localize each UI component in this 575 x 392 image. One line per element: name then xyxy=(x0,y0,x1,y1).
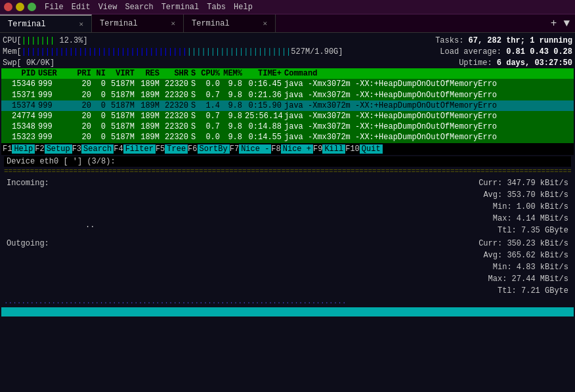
proc-pri: 20 xyxy=(74,121,94,132)
menu-view[interactable]: View xyxy=(95,3,121,12)
proc-time: 0:14.88 xyxy=(245,121,284,132)
col-header-cmd: Command xyxy=(284,69,571,78)
col-header-user: USER xyxy=(38,69,74,78)
fn-num-F10: F10 xyxy=(345,144,360,154)
close-button[interactable] xyxy=(4,3,12,11)
tab-2-close[interactable]: ✕ xyxy=(263,19,267,28)
process-row-1: 15371 999 20 0 5187M 189M 22320 S 0.7 9.… xyxy=(1,90,574,100)
tab-0[interactable]: Terminal ✕ xyxy=(0,14,92,32)
minimize-button[interactable] xyxy=(16,3,24,11)
fn-num-F1: F1 xyxy=(3,144,12,154)
cpu-bar: ||||||| xyxy=(22,36,54,45)
fn-label-F10[interactable]: Quit xyxy=(360,144,383,154)
outgoing-graph xyxy=(59,238,450,297)
cpu-line: CPU[||||||| 12.3%] xyxy=(3,35,88,47)
fn-label-F9[interactable]: Kill xyxy=(322,144,345,154)
menu-help[interactable]: Help xyxy=(230,3,256,12)
fn-bar: F1HelpF2SetupF3SearchF4FilterF5TreeF6Sor… xyxy=(1,143,574,155)
new-tab-button[interactable]: + xyxy=(548,18,560,30)
network-section: Device eth0 [ '] (3/8): ================… xyxy=(1,155,574,308)
proc-mem: 9.8 xyxy=(223,90,245,100)
separator-line: ========================================… xyxy=(4,167,571,176)
tab-0-close[interactable]: ✕ xyxy=(79,20,83,28)
tasks-line: Tasks: 67, 282 thr; 1 running xyxy=(435,35,572,47)
col-header-s: S xyxy=(191,69,200,78)
fn-label-F4[interactable]: Filter xyxy=(123,144,156,154)
proc-mem: 9.8 xyxy=(223,121,245,132)
tasks-running: 1 running xyxy=(530,36,572,45)
proc-cpu: 0.0 xyxy=(200,79,223,89)
incoming-min: Min: 1.00 kBit/s xyxy=(450,201,568,213)
proc-virt: 5187M xyxy=(108,132,137,142)
proc-ni: 0 xyxy=(94,79,108,89)
mem-label: Mem[ xyxy=(3,47,22,56)
process-row-5: 15323 999 20 0 5187M 189M 22320 S 0.0 9.… xyxy=(1,132,574,142)
tab-1-label: Terminal xyxy=(100,19,138,28)
outgoing-avg: Avg: 365.62 kBit/s xyxy=(450,250,568,261)
proc-pri: 20 xyxy=(74,132,94,142)
fn-num-F7: F7 xyxy=(230,144,239,154)
col-header-pri: PRI xyxy=(74,69,94,78)
proc-cpu: 0.7 xyxy=(200,90,223,100)
proc-mem: 9.8 xyxy=(223,111,245,121)
proc-s: S xyxy=(191,121,200,132)
menu-file[interactable]: File xyxy=(41,3,67,12)
proc-s: S xyxy=(191,111,200,121)
menu-edit[interactable]: Edit xyxy=(68,3,94,12)
menu-search[interactable]: Search xyxy=(121,3,156,12)
load-vals: 0.81 0.43 0.28 xyxy=(506,47,572,56)
tab-1[interactable]: Terminal ✕ xyxy=(92,14,184,32)
fn-label-F7[interactable]: Nice - xyxy=(239,144,271,154)
proc-user: 999 xyxy=(38,132,74,142)
tab-menu-button[interactable]: ▼ xyxy=(561,18,572,30)
incoming-curr: Curr: 347.79 kBit/s xyxy=(450,177,568,189)
maximize-button[interactable] xyxy=(28,3,36,11)
proc-shr: 22320 xyxy=(162,132,191,142)
proc-res: 189M xyxy=(137,100,162,111)
fn-label-F8[interactable]: Nice + xyxy=(281,144,313,154)
proc-cmd: java -Xmx3072m -XX:+HeapDumpOnOutOfMemor… xyxy=(284,111,571,121)
uptime-label: Uptime: xyxy=(459,58,497,68)
fn-label-F1[interactable]: Help xyxy=(12,144,35,154)
proc-virt: 5187M xyxy=(108,121,137,132)
incoming-dots: .. xyxy=(85,221,95,230)
proc-res: 189M xyxy=(137,90,162,100)
fn-num-F9: F9 xyxy=(313,144,322,154)
proc-user: 999 xyxy=(38,90,74,100)
proc-s: S xyxy=(191,79,200,89)
incoming-label: Incoming: xyxy=(7,177,59,236)
swp-label: Swp[ xyxy=(3,58,22,68)
col-header-res: RES xyxy=(137,69,162,78)
proc-cmd: java -Xmx3072m -XX:+HeapDumpOnOutOfMemor… xyxy=(284,100,571,111)
fn-label-F2[interactable]: Setup xyxy=(45,144,72,154)
tab-1-close[interactable]: ✕ xyxy=(171,19,175,28)
proc-shr: 22320 xyxy=(162,111,191,121)
proc-ni: 0 xyxy=(94,111,108,121)
proc-shr: 22320 xyxy=(162,121,191,132)
proc-cpu: 1.4 xyxy=(200,100,223,111)
proc-time: 25:56.14 xyxy=(245,111,284,121)
col-header-virt: VIRT xyxy=(108,69,137,78)
col-header-shr: SHR xyxy=(162,69,191,78)
fn-label-F5[interactable]: Tree xyxy=(165,144,188,154)
window-controls xyxy=(4,3,36,11)
proc-virt: 5187M xyxy=(108,79,137,89)
menu-terminal[interactable]: Terminal xyxy=(158,3,203,12)
tab-actions: + ▼ xyxy=(545,14,575,32)
tab-2[interactable]: Terminal ✕ xyxy=(184,14,276,32)
proc-virt: 5187M xyxy=(108,100,137,111)
proc-shr: 22320 xyxy=(162,90,191,100)
proc-virt: 5187M xyxy=(108,111,137,121)
tasks-label: Tasks: xyxy=(435,36,468,45)
swp-line: Swp[ 0K/0K] xyxy=(3,58,54,69)
process-row-0: 15346 999 20 0 5187M 189M 22320 S 0.0 9.… xyxy=(1,79,574,89)
proc-user: 999 xyxy=(38,79,74,89)
proc-res: 189M xyxy=(137,132,162,142)
menu-tabs[interactable]: Tabs xyxy=(203,3,229,12)
proc-pid: 15371 xyxy=(4,90,38,100)
fn-num-F8: F8 xyxy=(271,144,280,154)
fn-num-F5: F5 xyxy=(156,144,165,154)
proc-ni: 0 xyxy=(94,100,108,111)
fn-label-F6[interactable]: SortBy xyxy=(198,144,230,154)
fn-label-F3[interactable]: Search xyxy=(81,144,114,154)
